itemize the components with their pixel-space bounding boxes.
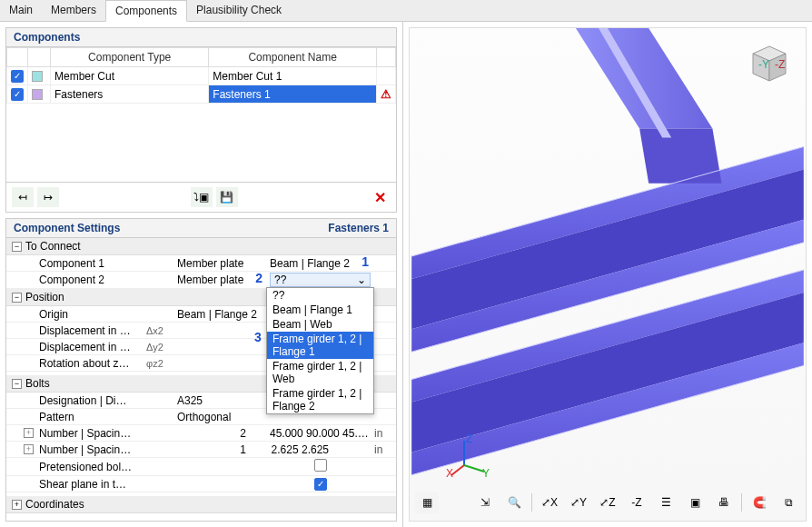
section-to-connect[interactable]: − To Connect (6, 238, 396, 255)
tool-grid-button[interactable]: ▦ (415, 492, 439, 513)
dropdown-option[interactable]: Beam | Web (267, 317, 373, 332)
dropdown-option[interactable]: ?? (267, 288, 373, 303)
checkbox-icon[interactable]: ✓ (314, 478, 327, 491)
prop-shear-plane[interactable]: Shear plane in t… ✓ (6, 476, 396, 492)
tool-fit-button[interactable]: ⇲ (473, 492, 497, 513)
table-row[interactable]: ✓ Member Cut Member Cut 1 (7, 67, 396, 85)
svg-marker-7 (639, 128, 721, 183)
svg-text:Y: Y (482, 467, 490, 479)
checkbox-icon[interactable]: ✓ (11, 70, 24, 83)
svg-text:X: X (446, 467, 453, 479)
tab-bar: Main Members Components Plausibility Che… (0, 0, 812, 22)
svg-text:-Z: -Z (775, 58, 785, 71)
svg-text:Z: Z (466, 433, 472, 445)
expand-icon[interactable]: + (24, 428, 34, 438)
tab-main[interactable]: Main (0, 0, 42, 21)
section-coordinates[interactable]: + Coordinates (6, 496, 396, 513)
tool-view-nz-button[interactable]: -Z (625, 492, 649, 513)
annotation-1: 1 (361, 254, 369, 269)
tool-snap-button[interactable]: 🧲 (748, 492, 771, 513)
color-swatch (32, 71, 43, 82)
checkbox-icon[interactable] (314, 459, 327, 472)
tool-window-button[interactable]: ⧉ (777, 492, 800, 513)
add-right-button[interactable]: ↦ (37, 187, 59, 207)
settings-header: Component Settings Fasteners 1 (5, 218, 397, 238)
dropdown-option[interactable]: Frame girder 1, 2 | Web (267, 359, 373, 386)
prop-number-spacing-1[interactable]: + Number | Spacin… 2 45.000 90.000 45.… … (6, 425, 396, 442)
tab-components[interactable]: Components (105, 0, 187, 22)
tool-layers-button[interactable]: ☰ (654, 492, 678, 513)
tool-render-button[interactable]: ▣ (683, 492, 707, 513)
components-header: Components (5, 27, 397, 47)
checkbox-icon[interactable]: ✓ (11, 88, 24, 101)
warning-icon: ⚠ (381, 87, 391, 101)
cell-type: Fasteners (51, 85, 209, 104)
tool-view-z-button[interactable]: ⤢Z (596, 492, 619, 513)
table-row[interactable]: ✓ Fasteners Fasteners 1 ⚠ (7, 85, 396, 104)
col-component-name[interactable]: Component Name (209, 48, 377, 67)
import-button[interactable]: ⤵▣ (191, 187, 213, 207)
components-table[interactable]: Component Type Component Name ✓ Member C… (6, 47, 396, 104)
add-left-button[interactable]: ↤ (12, 187, 34, 207)
dropdown-option[interactable]: Frame girder 1, 2 | Flange 2 (267, 386, 373, 413)
prop-component-1[interactable]: Component 1 Member plate Beam | Flange 2… (6, 255, 396, 272)
expand-icon[interactable]: + (12, 500, 22, 510)
prop-pretensioned[interactable]: Pretensioned bol… (6, 458, 396, 476)
save-button[interactable]: 💾 (216, 187, 238, 207)
cell-name: Fasteners 1 (209, 85, 377, 104)
dropdown-option[interactable]: Beam | Flange 1 (267, 303, 373, 317)
settings-title: Component Settings (14, 222, 120, 234)
collapse-icon[interactable]: − (12, 379, 22, 389)
cell-name: Member Cut 1 (209, 67, 377, 85)
dropdown-list: 3 ?? Beam | Flange 1 Beam | Web Frame gi… (266, 287, 374, 414)
expand-icon[interactable]: + (24, 444, 34, 454)
dropdown-option[interactable]: Frame girder 1, 2 | Flange 1 (267, 332, 373, 359)
tool-view-x-button[interactable]: ⤢X (538, 492, 561, 513)
components-button-row: ↤ ↦ ⤵▣ 💾 ✕ (5, 183, 397, 213)
collapse-icon[interactable]: − (12, 293, 22, 303)
color-swatch (32, 89, 43, 100)
tab-members[interactable]: Members (42, 0, 105, 21)
annotation-2: 2 (255, 271, 262, 285)
svg-text:-Y: -Y (758, 58, 769, 71)
tab-plausibility[interactable]: Plausibility Check (187, 0, 291, 21)
cell-type: Member Cut (51, 67, 209, 85)
tool-zoom-button[interactable]: 🔍 (502, 492, 526, 513)
viewport-3d[interactable]: -Y -Z Z Y X ▦ ⇲ 🔍 ⤢X ⤢Y ⤢Z -Z ☰ (409, 27, 807, 522)
svg-line-19 (464, 465, 484, 472)
left-panel: Components Component Type Component Name… (0, 22, 403, 527)
col-component-type[interactable]: Component Type (51, 48, 209, 67)
tool-view-y-button[interactable]: ⤢Y (567, 492, 590, 513)
view-cube[interactable]: -Y -Z (742, 37, 797, 92)
settings-context: Fasteners 1 (328, 222, 389, 234)
component2-dropdown[interactable]: ?? ⌄ (270, 273, 371, 287)
tool-print-button[interactable]: 🖶 (712, 492, 736, 513)
svg-line-20 (451, 465, 464, 475)
svg-marker-6 (576, 28, 713, 128)
collapse-icon[interactable]: − (12, 242, 22, 252)
chevron-down-icon: ⌄ (357, 273, 366, 286)
viewport-toolbar: ▦ ⇲ 🔍 ⤢X ⤢Y ⤢Z -Z ☰ ▣ 🖶 🧲 ⧉ (410, 488, 806, 517)
prop-number-spacing-2[interactable]: + Number | Spacin… 1 2.625 2.625 in (6, 442, 396, 458)
prop-component-2[interactable]: Component 2 Member plate 2 ?? ⌄ 3 ?? Bea… (6, 272, 396, 289)
delete-button[interactable]: ✕ (369, 187, 391, 207)
axis-gizmo: Z Y X (446, 433, 491, 481)
